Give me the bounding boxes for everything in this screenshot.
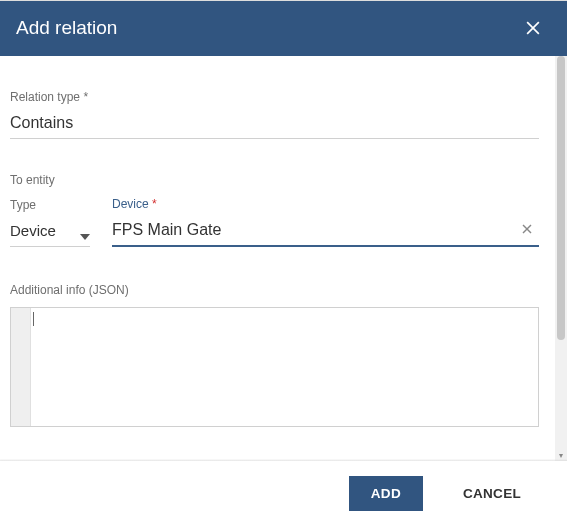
relation-type-field: Relation type * (10, 90, 539, 139)
device-input-wrap (112, 217, 539, 247)
additional-info-label: Additional info (JSON) (10, 283, 539, 297)
editor-gutter (11, 308, 31, 426)
dialog-body: Relation type * To entity Type Device (0, 56, 567, 461)
device-label-text: Device (112, 197, 149, 211)
device-input[interactable] (112, 217, 539, 245)
clear-device-button[interactable] (517, 219, 537, 239)
dialog-title: Add relation (16, 17, 117, 39)
add-relation-dialog: Add relation Relation type * To entity T… (0, 0, 567, 525)
add-button[interactable]: ADD (349, 476, 423, 511)
relation-type-label: Relation type * (10, 90, 539, 104)
clear-icon (519, 221, 535, 237)
type-label: Type (10, 198, 90, 212)
type-select[interactable]: Device (10, 218, 90, 247)
dialog-titlebar: Add relation (0, 0, 567, 56)
scrollbar-thumb[interactable] (557, 56, 565, 340)
editor-cursor (33, 312, 34, 326)
device-label: Device * (112, 197, 539, 211)
additional-info-editor[interactable] (10, 307, 539, 427)
footer-divider (0, 0, 567, 1)
chevron-down-icon (80, 226, 90, 243)
to-entity-label: To entity (10, 173, 539, 187)
relation-type-input[interactable] (10, 110, 539, 139)
type-select-value: Device (10, 222, 56, 239)
close-button[interactable] (515, 10, 551, 46)
additional-info-field: Additional info (JSON) (10, 283, 539, 427)
device-required-mark: * (152, 197, 157, 211)
relation-type-label-text: Relation type (10, 90, 80, 104)
cancel-button[interactable]: CANCEL (441, 476, 543, 511)
device-column: Device * (112, 197, 539, 247)
scrollbar-down-arrow[interactable]: ▾ (555, 449, 567, 461)
vertical-scrollbar[interactable]: ▾ (555, 56, 567, 461)
close-icon (523, 18, 543, 38)
type-column: Type Device (10, 198, 90, 247)
dialog-footer: ADD CANCEL (0, 461, 567, 525)
to-entity-row: Type Device Device * (10, 197, 539, 247)
relation-type-required-mark: * (83, 90, 88, 104)
scroll-area: Relation type * To entity Type Device (0, 56, 555, 461)
